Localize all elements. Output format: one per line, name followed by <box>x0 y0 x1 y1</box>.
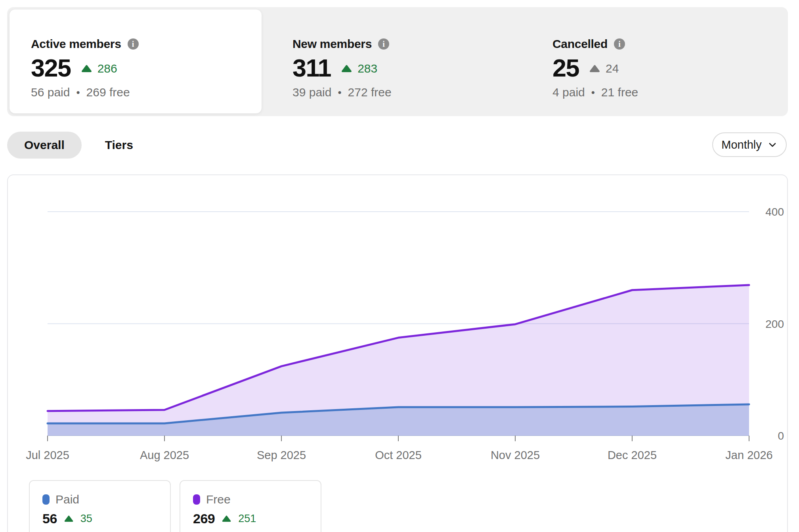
stat-paid-breakdown: 56 paid <box>31 86 70 99</box>
x-axis-label: Nov 2025 <box>491 449 540 461</box>
y-axis-label: 200 <box>765 318 784 330</box>
x-axis-label: Dec 2025 <box>608 449 657 461</box>
legend-card-free: Free 269 251 <box>180 480 321 532</box>
stat-title: Active members <box>31 37 121 51</box>
chevron-down-icon <box>767 140 778 150</box>
info-icon[interactable]: i <box>128 38 139 50</box>
legend-series-value: 56 <box>42 511 57 526</box>
dot-separator: • <box>338 86 341 99</box>
members-area-chart[interactable]: 0200400Jul 2025Aug 2025Sep 2025Oct 2025N… <box>8 175 789 471</box>
triangle-up-icon <box>589 65 600 73</box>
legend-series-delta: 35 <box>80 513 92 525</box>
stat-title: Cancelled <box>552 37 608 51</box>
members-stats-strip: Active members i 325 286 56 paid • 269 f… <box>7 7 788 116</box>
members-chart-card: 0200400Jul 2025Aug 2025Sep 2025Oct 2025N… <box>7 174 788 532</box>
stat-free-breakdown: 269 free <box>86 86 130 99</box>
tab-overall[interactable]: Overall <box>7 132 82 159</box>
triangle-up-icon <box>341 65 352 73</box>
legend-series-name: Paid <box>55 493 79 506</box>
stat-cancelled[interactable]: Cancelled i 25 24 4 paid • 21 free <box>552 36 638 99</box>
x-axis-label: Jan 2026 <box>725 449 772 461</box>
legend-card-paid: Paid 56 35 <box>29 480 171 532</box>
x-axis-label: Aug 2025 <box>140 449 189 461</box>
legend-series-value: 269 <box>193 511 215 526</box>
triangle-up-icon <box>222 515 231 522</box>
y-axis-label: 0 <box>778 430 784 442</box>
stat-delta: 24 <box>589 62 619 75</box>
x-axis-label: Jul 2025 <box>26 449 69 461</box>
x-axis-label: Sep 2025 <box>257 449 306 461</box>
legend-series-name: Free <box>206 493 231 506</box>
dot-separator: • <box>76 86 80 99</box>
stat-free-breakdown: 21 free <box>601 86 638 99</box>
stat-value: 325 <box>31 54 71 82</box>
dot-separator: • <box>591 86 595 99</box>
triangle-up-icon <box>81 65 92 73</box>
y-axis-label: 400 <box>765 206 784 218</box>
stat-active-members: Active members i 325 286 56 paid • 269 f… <box>31 36 139 99</box>
free-swatch <box>193 494 200 505</box>
x-axis-label: Oct 2025 <box>375 449 422 461</box>
range-select-dropdown[interactable]: Monthly <box>712 132 787 157</box>
triangle-up-icon <box>64 515 73 522</box>
stat-delta: 283 <box>341 62 377 75</box>
stat-delta: 286 <box>81 62 117 75</box>
stat-free-breakdown: 272 free <box>348 86 392 99</box>
stat-new-members[interactable]: New members i 311 283 39 paid • 272 free <box>292 36 392 99</box>
legend-series-delta: 251 <box>238 513 256 525</box>
info-icon[interactable]: i <box>378 38 389 50</box>
stat-delta-value: 286 <box>97 62 117 75</box>
range-select-value: Monthly <box>721 138 762 151</box>
stat-title: New members <box>292 37 372 51</box>
stat-value: 25 <box>552 54 579 82</box>
tab-tiers[interactable]: Tiers <box>105 132 133 159</box>
stat-value: 311 <box>292 54 331 82</box>
chart-tabs: Overall Tiers <box>7 132 133 159</box>
stat-paid-breakdown: 39 paid <box>292 86 331 99</box>
paid-swatch <box>42 494 50 505</box>
stat-delta-value: 24 <box>606 62 619 75</box>
info-icon[interactable]: i <box>614 38 625 50</box>
stat-paid-breakdown: 4 paid <box>552 86 585 99</box>
stat-delta-value: 283 <box>357 62 377 75</box>
chart-legend: Paid 56 35 Free 269 251 <box>29 480 321 532</box>
